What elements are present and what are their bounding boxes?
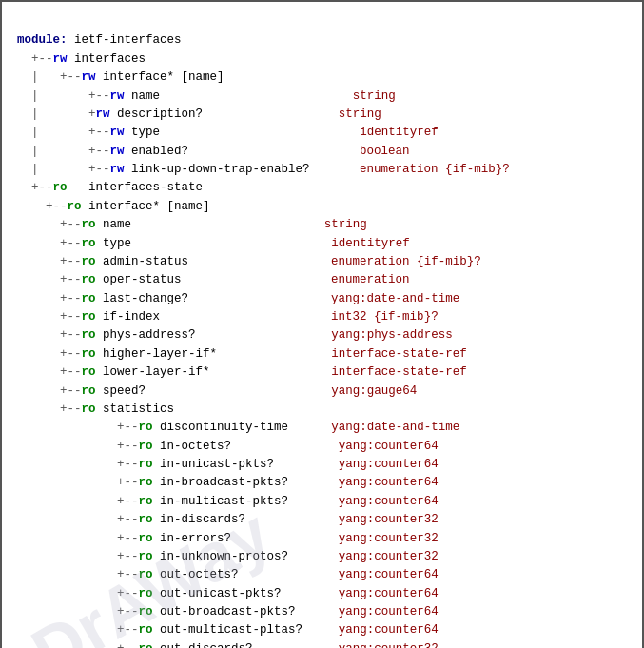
main-window: DrAWay module: ietf-interfaces +--rw int… — [0, 0, 644, 648]
code-block: module: ietf-interfaces +--rw interfaces… — [17, 13, 627, 648]
